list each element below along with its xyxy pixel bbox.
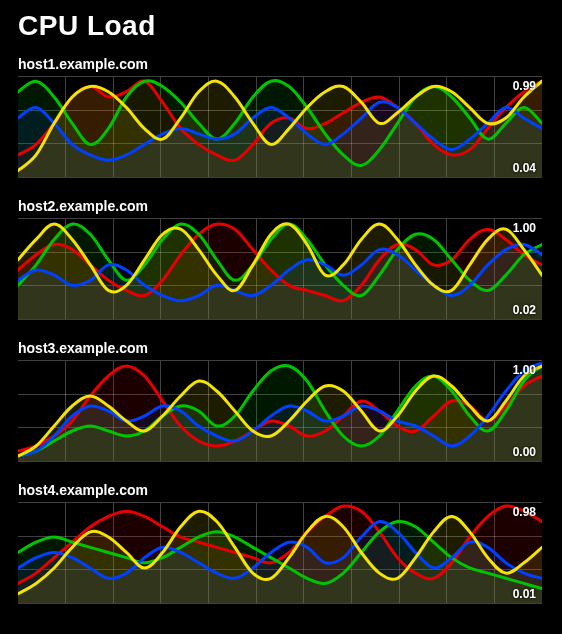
page-title: CPU Load — [18, 10, 544, 42]
chart-plot: 1.000.02 — [18, 218, 542, 320]
chart-title: host2.example.com — [18, 198, 544, 214]
y-min-label: 0.02 — [513, 303, 536, 317]
chart-title: host4.example.com — [18, 482, 544, 498]
chart-panel: host4.example.com0.980.01 — [18, 482, 544, 604]
y-min-label: 0.00 — [513, 445, 536, 459]
y-min-label: 0.04 — [513, 161, 536, 175]
chart-plot: 1.000.00 — [18, 360, 542, 462]
chart-title: host1.example.com — [18, 56, 544, 72]
chart-panels: host1.example.com0.990.04host2.example.c… — [18, 56, 544, 604]
y-max-label: 0.98 — [513, 505, 536, 519]
y-min-label: 0.01 — [513, 587, 536, 601]
chart-title: host3.example.com — [18, 340, 544, 356]
y-max-label: 1.00 — [513, 363, 536, 377]
chart-panel: host2.example.com1.000.02 — [18, 198, 544, 320]
chart-plot: 0.990.04 — [18, 76, 542, 178]
chart-plot: 0.980.01 — [18, 502, 542, 604]
y-max-label: 1.00 — [513, 221, 536, 235]
y-max-label: 0.99 — [513, 79, 536, 93]
chart-panel: host3.example.com1.000.00 — [18, 340, 544, 462]
chart-panel: host1.example.com0.990.04 — [18, 56, 544, 178]
